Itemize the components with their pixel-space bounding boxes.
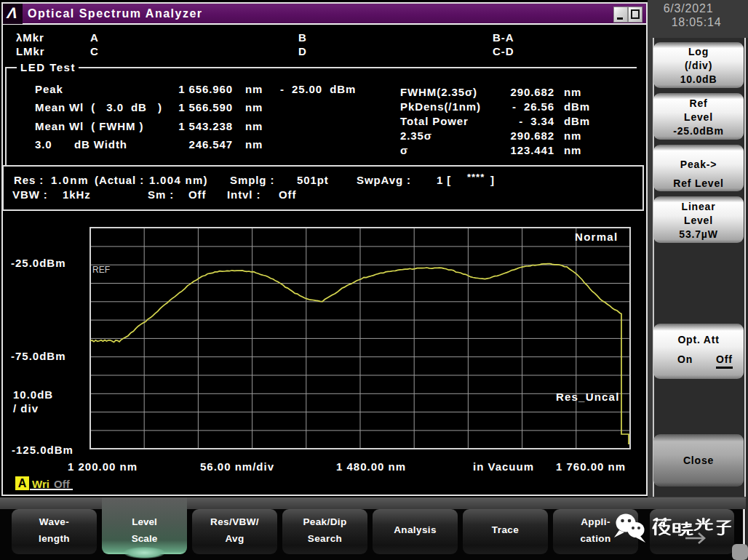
svg-text:REF: REF	[92, 265, 110, 275]
